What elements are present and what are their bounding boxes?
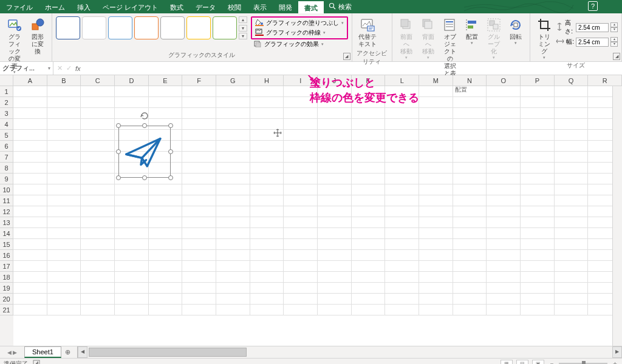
view-page-break-button[interactable]: ▣ xyxy=(532,360,544,365)
tab-view[interactable]: 表示 xyxy=(247,0,273,13)
col-header-E[interactable]: E xyxy=(149,75,183,86)
style-preset-2[interactable] xyxy=(82,16,106,39)
view-normal-button[interactable]: ▦ xyxy=(501,360,513,365)
convert-to-shape-button[interactable]: 図形 に変換 xyxy=(27,16,48,56)
row-header-20[interactable]: 20 xyxy=(0,294,13,305)
tab-review[interactable]: 校閲 xyxy=(222,0,247,13)
row-header-3[interactable]: 3 xyxy=(0,108,13,119)
alt-text-icon xyxy=(360,18,375,32)
row-header-9[interactable]: 9 xyxy=(0,174,13,184)
style-preset-6[interactable] xyxy=(186,16,211,39)
gallery-up-button[interactable]: ▴ xyxy=(239,16,247,23)
row-header-11[interactable]: 11 xyxy=(0,195,13,206)
col-header-P[interactable]: P xyxy=(521,75,555,86)
tell-me-search[interactable]: 検索 xyxy=(324,0,357,13)
col-header-K[interactable]: K xyxy=(352,75,386,86)
rotate-button[interactable]: 回転▾ xyxy=(505,16,526,47)
height-input[interactable] xyxy=(576,23,609,32)
sheet-tab-1[interactable]: Sheet1 xyxy=(24,346,61,358)
col-header-R[interactable]: R xyxy=(588,75,622,86)
zoom-out-button[interactable]: － xyxy=(548,359,555,364)
height-down[interactable]: ▾ xyxy=(610,27,618,32)
tab-home[interactable]: ホーム xyxy=(39,0,71,13)
fx-button[interactable]: fx xyxy=(75,65,81,72)
row-header-21[interactable]: 21 xyxy=(0,305,13,315)
col-header-C[interactable]: C xyxy=(81,75,115,86)
tab-insert[interactable]: 挿入 xyxy=(71,0,97,13)
gallery-expand-button[interactable]: ▾ xyxy=(239,33,247,39)
col-header-A[interactable]: A xyxy=(13,75,47,86)
col-header-Q[interactable]: Q xyxy=(555,75,589,86)
crop-button[interactable]: トリミング▾ xyxy=(534,16,555,61)
change-graphic-button[interactable]: グラフィック の変更 ▾ xyxy=(4,16,26,76)
col-header-G[interactable]: G xyxy=(216,75,250,86)
col-header-N[interactable]: N xyxy=(453,75,487,86)
hscroll-right-button[interactable]: ▶ xyxy=(612,346,622,358)
style-preset-7[interactable] xyxy=(213,16,237,39)
row-header-13[interactable]: 13 xyxy=(0,217,13,228)
style-gallery[interactable]: ▴ ▾ ▾ xyxy=(56,16,247,39)
tab-format[interactable]: 書式 xyxy=(298,0,324,13)
styles-dialog-launcher[interactable]: ◢ xyxy=(343,53,350,60)
col-header-D[interactable]: D xyxy=(115,75,149,86)
col-header-O[interactable]: O xyxy=(487,75,521,86)
row-header-8[interactable]: 8 xyxy=(0,163,13,174)
cells-area[interactable] xyxy=(13,86,622,346)
hscroll-thumb[interactable] xyxy=(89,348,247,357)
graphic-outline-button[interactable]: グラフィックの枠線▾ xyxy=(253,28,346,38)
tab-file[interactable]: ファイル xyxy=(0,0,39,13)
col-header-B[interactable]: B xyxy=(47,75,81,86)
col-header-J[interactable]: J xyxy=(318,75,352,86)
gallery-down-button[interactable]: ▾ xyxy=(239,25,247,32)
hscroll-left-button[interactable]: ◀ xyxy=(78,346,87,358)
col-header-H[interactable]: H xyxy=(250,75,284,86)
row-header-15[interactable]: 15 xyxy=(0,239,13,250)
add-sheet-button[interactable]: ⊕ xyxy=(61,346,75,358)
size-dialog-launcher[interactable]: ◢ xyxy=(613,53,620,60)
row-header-12[interactable]: 12 xyxy=(0,206,13,217)
rotate-handle[interactable] xyxy=(140,111,149,121)
zoom-in-button[interactable]: ＋ xyxy=(611,359,618,364)
vertical-scrollbar[interactable] xyxy=(612,86,622,346)
row-header-1[interactable]: 1 xyxy=(0,86,13,97)
col-header-L[interactable]: L xyxy=(385,75,419,86)
tab-data[interactable]: データ xyxy=(190,0,222,13)
style-preset-4[interactable] xyxy=(134,16,159,39)
tab-developer[interactable]: 開発 xyxy=(273,0,298,13)
row-header-2[interactable]: 2 xyxy=(0,97,13,108)
row-header-5[interactable]: 5 xyxy=(0,130,13,141)
row-header-16[interactable]: 16 xyxy=(0,250,13,261)
height-up[interactable]: ▴ xyxy=(610,22,618,27)
width-input[interactable] xyxy=(576,38,609,47)
selected-graphic[interactable] xyxy=(118,126,171,178)
col-header-M[interactable]: M xyxy=(419,75,453,86)
row-header-17[interactable]: 17 xyxy=(0,261,13,272)
row-header-6[interactable]: 6 xyxy=(0,141,13,152)
macro-record-icon[interactable] xyxy=(33,360,40,365)
horizontal-scrollbar[interactable]: ◀ ▶ xyxy=(77,346,622,358)
row-header-14[interactable]: 14 xyxy=(0,228,13,239)
col-header-I[interactable]: I xyxy=(284,75,318,86)
tab-formulas[interactable]: 数式 xyxy=(164,0,190,13)
select-all-corner[interactable] xyxy=(0,75,13,86)
style-preset-1[interactable] xyxy=(56,16,80,39)
style-preset-5[interactable] xyxy=(160,16,185,39)
help-icon[interactable]: ? xyxy=(588,1,598,11)
view-page-layout-button[interactable]: ▤ xyxy=(516,360,528,365)
sheet-nav[interactable]: ◀ ▶ xyxy=(0,346,24,358)
row-header-19[interactable]: 19 xyxy=(0,283,13,294)
tab-page-layout[interactable]: ページ レイアウト xyxy=(97,0,164,13)
row-header-10[interactable]: 10 xyxy=(0,184,13,195)
width-up[interactable]: ▴ xyxy=(610,37,618,42)
row-header-7[interactable]: 7 xyxy=(0,152,13,163)
graphic-effects-button[interactable]: グラフィックの効果▾ xyxy=(251,39,348,49)
graphic-fill-button[interactable]: グラフィックの塗りつぶし▾ xyxy=(253,18,346,28)
width-down[interactable]: ▾ xyxy=(610,42,618,47)
col-header-F[interactable]: F xyxy=(182,75,216,86)
alt-text-button[interactable]: 代替テ キスト xyxy=(356,16,379,49)
align-button[interactable]: 配置▾ xyxy=(462,16,482,47)
row-header-4[interactable]: 4 xyxy=(0,119,13,130)
row-header-18[interactable]: 18 xyxy=(0,272,13,283)
zoom-thumb[interactable] xyxy=(582,361,586,365)
style-preset-3[interactable] xyxy=(108,16,132,39)
